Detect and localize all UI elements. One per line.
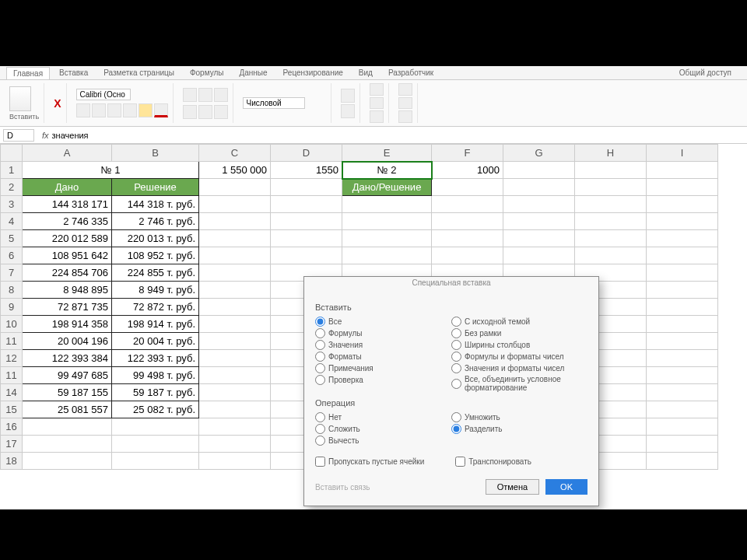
cell[interactable]: [647, 384, 718, 401]
radio-op-1[interactable]: Сложить: [315, 424, 451, 434]
cell[interactable]: 122 393 т. руб.: [112, 350, 199, 367]
row-header[interactable]: 15: [1, 401, 23, 418]
cell[interactable]: [647, 453, 718, 470]
cell[interactable]: [647, 162, 718, 179]
cell[interactable]: [23, 436, 112, 453]
insert-cells-icon[interactable]: [370, 83, 384, 96]
transpose-checkbox[interactable]: Транспонировать: [455, 457, 531, 467]
tab-pagelayout[interactable]: Разметка страницы: [97, 67, 181, 79]
cell[interactable]: [199, 436, 271, 453]
cell[interactable]: [432, 247, 503, 264]
format-table-icon[interactable]: [341, 104, 355, 118]
cell[interactable]: [647, 213, 718, 230]
col-header[interactable]: C: [199, 145, 271, 162]
font-color-icon[interactable]: [154, 103, 168, 117]
cell[interactable]: [199, 247, 271, 264]
cell[interactable]: [199, 401, 271, 418]
cell[interactable]: 122 393 384: [23, 350, 112, 367]
cell[interactable]: [199, 367, 271, 384]
row-header[interactable]: 11: [1, 333, 23, 350]
cell[interactable]: [199, 453, 271, 470]
cell[interactable]: [647, 418, 718, 436]
cell[interactable]: [503, 213, 575, 230]
cell[interactable]: 59 187 155: [23, 384, 112, 401]
cell[interactable]: [112, 418, 199, 436]
row-header[interactable]: 7: [1, 264, 23, 282]
cell[interactable]: [432, 230, 503, 247]
cell[interactable]: 220 013 т. руб.: [112, 230, 199, 247]
row-header[interactable]: 17: [1, 436, 23, 453]
radio-ins-4[interactable]: Примечания: [315, 363, 451, 373]
share-button[interactable]: Общий доступ: [673, 67, 738, 79]
name-box[interactable]: D: [3, 129, 34, 142]
cell[interactable]: [271, 179, 342, 196]
tab-insert[interactable]: Вставка: [53, 67, 94, 79]
radio-op-0[interactable]: Нет: [315, 412, 451, 422]
cell[interactable]: [647, 316, 718, 333]
cell[interactable]: [199, 179, 271, 196]
formula-text[interactable]: значения: [52, 131, 89, 140]
delete-cells-icon[interactable]: [370, 97, 384, 110]
cell[interactable]: [271, 230, 342, 247]
cell[interactable]: Дано: [23, 179, 112, 196]
cell[interactable]: 2 746 335: [23, 213, 112, 230]
cell[interactable]: [575, 213, 647, 230]
cell[interactable]: [503, 247, 575, 264]
cell[interactable]: [503, 179, 575, 196]
cell[interactable]: [575, 230, 647, 247]
cell[interactable]: [23, 453, 112, 470]
row-header[interactable]: 9: [1, 299, 23, 316]
cell[interactable]: 108 951 642: [23, 247, 112, 264]
cell[interactable]: [647, 436, 718, 453]
row-header[interactable]: 1: [1, 162, 23, 179]
cell[interactable]: [342, 196, 432, 213]
tab-review[interactable]: Рецензирование: [277, 67, 349, 79]
cell[interactable]: 144 318 т. руб.: [112, 196, 199, 213]
radio-ins-4[interactable]: Значения и форматы чисел: [451, 363, 587, 373]
spreadsheet-grid[interactable]: A B C D E F G H I 1 № 1 1 550 000 1550 №…: [0, 144, 747, 509]
row-header[interactable]: 14: [1, 384, 23, 401]
tab-home[interactable]: Главная: [6, 67, 50, 79]
cell[interactable]: [342, 230, 432, 247]
tab-data[interactable]: Данные: [233, 67, 273, 79]
cell[interactable]: 220 012 589: [23, 230, 112, 247]
cell[interactable]: [575, 162, 647, 179]
cell[interactable]: [199, 384, 271, 401]
cell[interactable]: [199, 299, 271, 316]
cell[interactable]: 72 872 т. руб.: [112, 299, 199, 316]
cell[interactable]: 108 952 т. руб.: [112, 247, 199, 264]
autosum-icon[interactable]: [398, 83, 412, 96]
cell[interactable]: Дано/Решение: [342, 179, 432, 196]
row-header[interactable]: 11: [1, 367, 23, 384]
row-header[interactable]: 3: [1, 196, 23, 213]
cell[interactable]: [647, 401, 718, 418]
radio-ins-0[interactable]: С исходной темой: [451, 317, 587, 327]
italic-icon[interactable]: [92, 103, 106, 117]
cell[interactable]: [647, 196, 718, 213]
cell[interactable]: 72 871 735: [23, 299, 112, 316]
cell[interactable]: 1000: [432, 162, 503, 179]
cell[interactable]: [575, 247, 647, 264]
cell[interactable]: 224 854 706: [23, 264, 112, 282]
cell[interactable]: [647, 264, 718, 282]
cell[interactable]: [647, 230, 718, 247]
cell[interactable]: [199, 213, 271, 230]
row-header[interactable]: 4: [1, 213, 23, 230]
row-header[interactable]: 8: [1, 282, 23, 299]
col-header[interactable]: G: [503, 145, 575, 162]
radio-ins-1[interactable]: Формулы: [315, 328, 451, 338]
tab-formulas[interactable]: Формулы: [184, 67, 230, 79]
radio-ins-5[interactable]: Все, объединить условное форматирование: [451, 375, 587, 392]
row-header[interactable]: 6: [1, 247, 23, 264]
number-format-select[interactable]: [243, 97, 305, 109]
cell[interactable]: [271, 247, 342, 264]
row-header[interactable]: 18: [1, 453, 23, 470]
wrap-text-icon[interactable]: [214, 105, 228, 119]
cell[interactable]: [23, 418, 112, 436]
cell[interactable]: 198 914 т. руб.: [112, 316, 199, 333]
cell[interactable]: [342, 213, 432, 230]
cell[interactable]: 99 498 т. руб.: [112, 367, 199, 384]
underline-icon[interactable]: [107, 103, 121, 117]
cell[interactable]: [432, 179, 503, 196]
cell[interactable]: № 1: [23, 162, 199, 179]
